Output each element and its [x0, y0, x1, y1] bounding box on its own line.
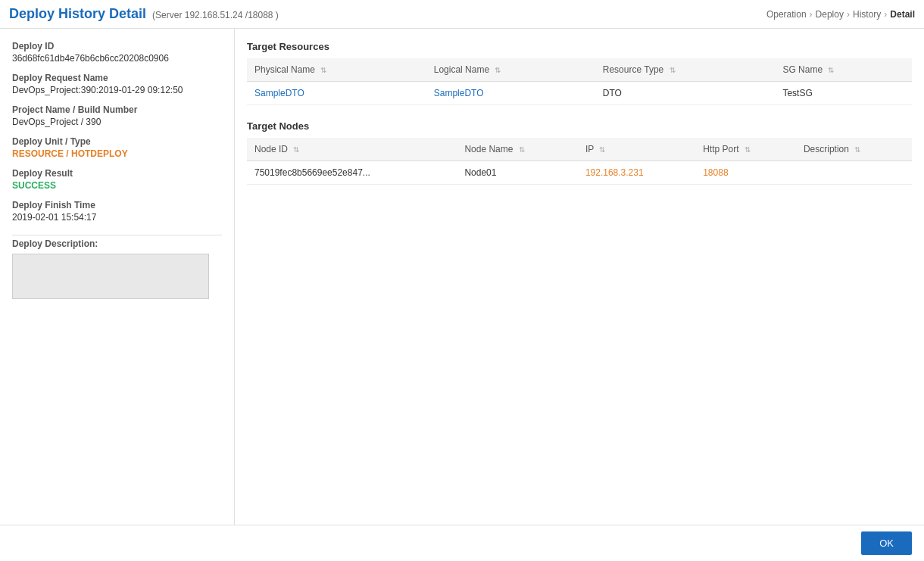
right-panel: Target Resources Physical Name ⇅Logical … — [235, 29, 924, 558]
description-textarea[interactable] — [12, 254, 209, 299]
field-label: Deploy Unit / Type — [12, 136, 222, 147]
field-label: Deploy Result — [12, 168, 222, 179]
breadcrumb-deploy: Deploy — [816, 9, 844, 20]
server-info: (Server 192.168.51.24 /18088 ) — [152, 10, 279, 20]
target-nodes-section: Target Nodes Node ID ⇅Node Name ⇅IP ⇅Htt… — [247, 120, 912, 185]
table-cell[interactable]: SampleDTO — [426, 82, 595, 105]
sort-icon: ⇅ — [599, 145, 605, 154]
ok-button[interactable]: OK — [861, 531, 912, 555]
column-header[interactable]: Node Name ⇅ — [457, 138, 578, 161]
sort-icon: ⇅ — [670, 66, 676, 74]
column-header[interactable]: Logical Name ⇅ — [426, 58, 595, 82]
sort-icon: ⇅ — [320, 66, 326, 74]
breadcrumb-operation: Operation — [766, 9, 807, 20]
page-header: Deploy History Detail (Server 192.168.51… — [0, 0, 924, 29]
description-label: Deploy Description: — [12, 238, 222, 249]
table-cell: TestSG — [775, 82, 912, 105]
field-label: Deploy Finish Time — [12, 200, 222, 210]
sort-icon: ⇅ — [495, 66, 501, 74]
column-header[interactable]: Resource Type ⇅ — [595, 58, 776, 82]
sort-icon: ⇅ — [519, 145, 525, 154]
field-value: DevOps_Project:390:2019-01-29 09:12:50 — [12, 85, 222, 95]
table-cell: Node01 — [457, 161, 578, 185]
breadcrumb-history: History — [853, 9, 881, 20]
table-row: 75019fec8b5669ee52e847...Node01192.168.3… — [247, 161, 912, 185]
field-value: DevOps_Project / 390 — [12, 117, 222, 127]
field-label: Deploy Request Name — [12, 73, 222, 83]
page-title: Deploy History Detail — [9, 6, 146, 22]
field-value: RESOURCE / HOTDEPLOY — [12, 148, 222, 159]
field-label: Project Name / Build Number — [12, 104, 222, 115]
breadcrumb: Operation › Deploy › History › Detail — [766, 9, 915, 20]
main-content: Deploy ID36d68fc61db4e76b6cb6cc20208c090… — [0, 29, 924, 558]
field-value: 36d68fc61db4e76b6cb6cc20208c0906 — [12, 53, 222, 64]
column-header[interactable]: Node ID ⇅ — [247, 138, 457, 161]
sort-icon: ⇅ — [828, 66, 834, 74]
table-row: SampleDTOSampleDTODTOTestSG — [247, 82, 912, 105]
breadcrumb-detail: Detail — [890, 9, 915, 20]
bottom-bar: OK — [0, 525, 924, 561]
table-cell[interactable]: 18088 — [695, 161, 796, 185]
field-label: Deploy ID — [12, 41, 222, 51]
target-nodes-title: Target Nodes — [247, 120, 912, 132]
column-header[interactable]: Description ⇅ — [796, 138, 912, 161]
column-header[interactable]: Http Port ⇅ — [695, 138, 796, 161]
table-cell: 75019fec8b5669ee52e847... — [247, 161, 457, 185]
sort-icon: ⇅ — [745, 145, 751, 154]
field-value: 2019-02-01 15:54:17 — [12, 212, 222, 223]
column-header[interactable]: IP ⇅ — [578, 138, 695, 161]
column-header[interactable]: Physical Name ⇅ — [247, 58, 426, 82]
target-nodes-table: Node ID ⇅Node Name ⇅IP ⇅Http Port ⇅Descr… — [247, 138, 912, 185]
left-panel: Deploy ID36d68fc61db4e76b6cb6cc20208c090… — [0, 29, 235, 558]
column-header[interactable]: SG Name ⇅ — [775, 58, 912, 82]
table-cell: DTO — [595, 82, 776, 105]
target-resources-table: Physical Name ⇅Logical Name ⇅Resource Ty… — [247, 58, 912, 105]
sort-icon: ⇅ — [293, 145, 299, 154]
target-resources-section: Target Resources Physical Name ⇅Logical … — [247, 41, 912, 105]
target-resources-title: Target Resources — [247, 41, 912, 52]
sort-icon: ⇅ — [854, 145, 860, 154]
table-cell — [796, 161, 912, 185]
table-cell[interactable]: SampleDTO — [247, 82, 426, 105]
table-cell[interactable]: 192.168.3.231 — [578, 161, 695, 185]
header-left: Deploy History Detail (Server 192.168.51… — [9, 6, 279, 22]
divider — [12, 235, 222, 235]
field-value: SUCCESS — [12, 180, 222, 191]
